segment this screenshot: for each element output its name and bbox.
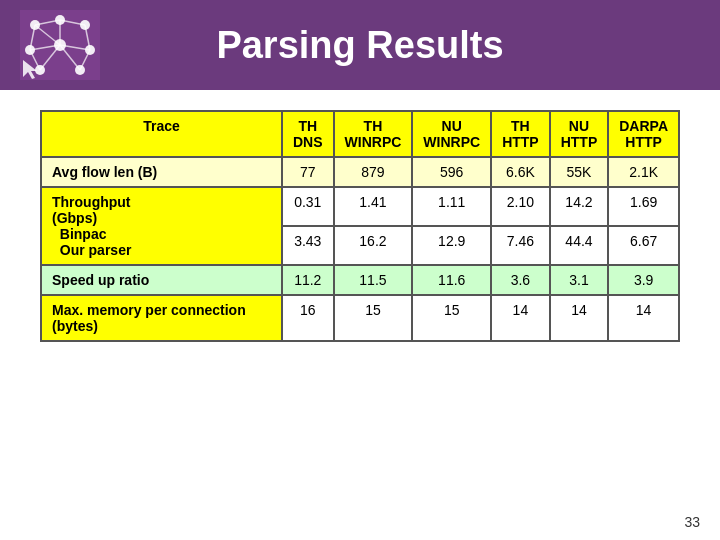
- cell-avg-flow-th-dns: 77: [282, 157, 334, 187]
- table-row-memory: Max. memory per connection (bytes) 16 15…: [41, 295, 679, 341]
- cell-speed-nu-http: 3.1: [550, 265, 609, 295]
- cell-avg-flow-th-winrpc: 879: [334, 157, 413, 187]
- cell-speed-th-dns: 11.2: [282, 265, 334, 295]
- col-header-trace: Trace: [41, 111, 282, 157]
- table-header-row: Trace THDNS THWINRPC NUWINRPC THHTTP NUH…: [41, 111, 679, 157]
- cell-speed-th-winrpc: 11.5: [334, 265, 413, 295]
- page-number: 33: [684, 514, 700, 530]
- col-header-th-dns: THDNS: [282, 111, 334, 157]
- table-row-speed-up: Speed up ratio 11.2 11.5 11.6 3.6 3.1 3.…: [41, 265, 679, 295]
- cell-throughput-parser-th-winrpc: 16.2: [334, 226, 413, 265]
- cell-memory-darpa-http: 14: [608, 295, 679, 341]
- row-label-avg-flow: Avg flow len (B): [41, 157, 282, 187]
- main-content: Trace THDNS THWINRPC NUWINRPC THHTTP NUH…: [0, 90, 720, 352]
- page-title: Parsing Results: [216, 24, 503, 67]
- cell-throughput-parser-nu-http: 44.4: [550, 226, 609, 265]
- cell-speed-nu-winrpc: 11.6: [412, 265, 491, 295]
- row-label-memory: Max. memory per connection (bytes): [41, 295, 282, 341]
- cell-throughput-parser-th-dns: 3.43: [282, 226, 334, 265]
- results-table: Trace THDNS THWINRPC NUWINRPC THHTTP NUH…: [40, 110, 680, 342]
- cell-avg-flow-nu-http: 55K: [550, 157, 609, 187]
- col-header-nu-winrpc: NUWINRPC: [412, 111, 491, 157]
- cell-avg-flow-th-http: 6.6K: [491, 157, 550, 187]
- cell-throughput-binpac-th-winrpc: 1.41: [334, 187, 413, 226]
- header: Parsing Results: [0, 0, 720, 90]
- col-header-darpa-http: DARPAHTTP: [608, 111, 679, 157]
- cell-avg-flow-nu-winrpc: 596: [412, 157, 491, 187]
- cell-throughput-binpac-th-dns: 0.31: [282, 187, 334, 226]
- cell-throughput-binpac-darpa-http: 1.69: [608, 187, 679, 226]
- cell-memory-nu-http: 14: [550, 295, 609, 341]
- cell-throughput-parser-th-http: 7.46: [491, 226, 550, 265]
- cell-throughput-binpac-nu-http: 14.2: [550, 187, 609, 226]
- row-label-throughput: Throughput(Gbps) Binpac Our parser: [41, 187, 282, 265]
- cell-avg-flow-darpa-http: 2.1K: [608, 157, 679, 187]
- cell-throughput-binpac-th-http: 2.10: [491, 187, 550, 226]
- cell-memory-th-winrpc: 15: [334, 295, 413, 341]
- cell-throughput-binpac-nu-winrpc: 1.11: [412, 187, 491, 226]
- logo: [0, 0, 120, 90]
- cell-speed-darpa-http: 3.9: [608, 265, 679, 295]
- logo-icon: [15, 5, 105, 85]
- col-header-th-http: THHTTP: [491, 111, 550, 157]
- cell-speed-th-http: 3.6: [491, 265, 550, 295]
- cell-throughput-parser-nu-winrpc: 12.9: [412, 226, 491, 265]
- cell-memory-th-dns: 16: [282, 295, 334, 341]
- table-row-throughput: Throughput(Gbps) Binpac Our parser 0.31 …: [41, 187, 679, 226]
- cell-throughput-parser-darpa-http: 6.67: [608, 226, 679, 265]
- row-label-speed-up: Speed up ratio: [41, 265, 282, 295]
- cell-memory-th-http: 14: [491, 295, 550, 341]
- col-header-th-winrpc: THWINRPC: [334, 111, 413, 157]
- table-row-avg-flow: Avg flow len (B) 77 879 596 6.6K 55K 2.1…: [41, 157, 679, 187]
- col-header-nu-http: NUHTTP: [550, 111, 609, 157]
- cell-memory-nu-winrpc: 15: [412, 295, 491, 341]
